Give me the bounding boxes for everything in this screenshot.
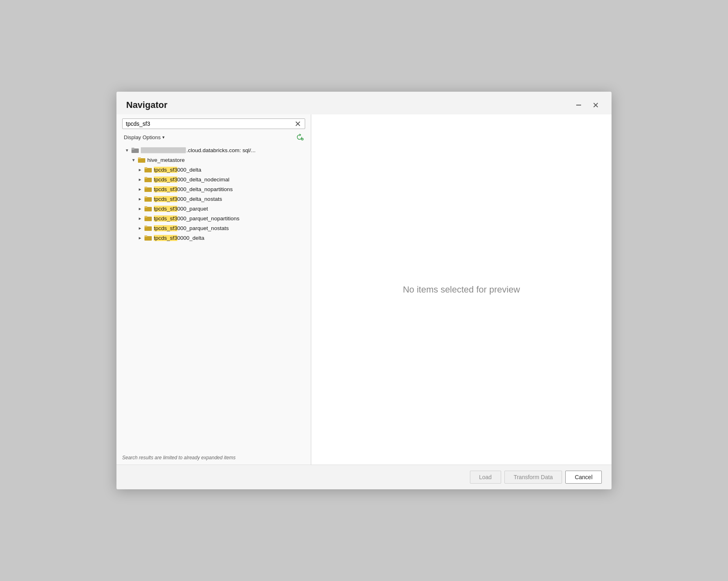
folder-icon-item-7	[144, 225, 152, 231]
tree-row-item-4[interactable]: ► tpcds_sf3000_delta_nostats	[116, 194, 311, 204]
folder-svg-item-1	[144, 167, 152, 172]
tree-item-label-5: tpcds_sf3000_parquet	[154, 206, 208, 212]
tree-item-label-1: tpcds_sf3000_delta	[154, 167, 201, 173]
tree-children: ► tpcds_sf3000_delta► tpcds_sf3000_delta…	[116, 165, 311, 243]
svg-rect-26	[144, 235, 147, 237]
folder-icon-item-8	[144, 235, 152, 241]
tree-item-label-6: tpcds_sf3000_parquet_nopartitions	[154, 215, 239, 222]
clear-icon	[295, 121, 301, 127]
expand-hive-button[interactable]: ▼	[129, 158, 138, 162]
svg-rect-8	[131, 148, 134, 149]
folder-icon-hive	[138, 157, 146, 163]
item-rest-text-1: 000_delta	[177, 167, 201, 173]
dialog-controls	[573, 101, 602, 110]
tree-node-root: ▼ █████████████ .cloud.databricks.com: s…	[116, 145, 311, 243]
expand-item-button-1[interactable]: ►	[136, 168, 144, 172]
transform-data-button[interactable]: Transform Data	[504, 471, 562, 484]
left-panel: Display Options ▾ ▼	[116, 114, 311, 465]
svg-rect-0	[576, 105, 581, 105]
highlight-text-1: tpcds_sf3	[154, 167, 177, 173]
item-rest-text-5: 000_parquet	[177, 206, 208, 212]
search-note: Search results are limited to already ex…	[116, 451, 311, 465]
expand-item-button-7[interactable]: ►	[136, 226, 144, 230]
folder-icon-item-3	[144, 186, 152, 192]
tree-row-item-1[interactable]: ► tpcds_sf3000_delta	[116, 165, 311, 174]
root-label-redacted: █████████████	[141, 147, 186, 153]
hive-label: hive_metastore	[147, 157, 185, 163]
tree-node-hive: ▼ hive_metastore ► tpcds_sf3000_d	[116, 155, 311, 243]
search-input[interactable]	[126, 121, 294, 127]
load-button[interactable]: Load	[470, 471, 501, 484]
tree-row-item-7[interactable]: ► tpcds_sf3000_parquet_nostats	[116, 223, 311, 233]
root-label-suffix: .cloud.databricks.com: sql/...	[187, 147, 256, 153]
folder-icon-item-6	[144, 215, 152, 222]
minimize-icon	[576, 102, 582, 108]
tree-row-root[interactable]: ▼ █████████████ .cloud.databricks.com: s…	[116, 145, 311, 155]
folder-svg-item-3	[144, 186, 152, 192]
svg-rect-16	[144, 187, 147, 188]
svg-rect-14	[144, 177, 147, 179]
search-clear-button[interactable]	[294, 121, 302, 127]
minimize-button[interactable]	[573, 101, 585, 110]
dialog-body: Display Options ▾ ▼	[116, 114, 612, 465]
navigator-dialog: Navigator	[116, 92, 612, 489]
tree-row-item-8[interactable]: ► tpcds_sf30000_delta	[116, 233, 311, 243]
folder-icon-item-2	[144, 176, 152, 183]
item-rest-text-8: 0000_delta	[177, 235, 205, 241]
folder-svg-item-6	[144, 215, 152, 221]
expand-root-button[interactable]: ▼	[123, 148, 131, 153]
expand-item-button-6[interactable]: ►	[136, 216, 144, 221]
folder-svg-root	[131, 147, 139, 153]
no-preview-text: No items selected for preview	[403, 284, 520, 295]
dialog-title: Navigator	[126, 100, 167, 110]
tree-row-item-2[interactable]: ► tpcds_sf3000_delta_nodecimal	[116, 174, 311, 184]
tree-row-item-5[interactable]: ► tpcds_sf3000_parquet	[116, 204, 311, 213]
refresh-button[interactable]	[294, 132, 305, 142]
item-rest-text-7: 000_parquet_nostats	[177, 225, 229, 231]
highlight-text-4: tpcds_sf3	[154, 196, 177, 202]
tree-item-label-7: tpcds_sf3000_parquet_nostats	[154, 225, 229, 231]
search-bar	[116, 114, 311, 129]
folder-icon-item-4	[144, 196, 152, 202]
svg-rect-12	[144, 167, 147, 169]
item-rest-text-6: 000_parquet_nopartitions	[177, 215, 239, 222]
svg-rect-10	[138, 157, 141, 159]
item-rest-text-4: 000_delta_nostats	[177, 196, 222, 202]
tree-area: ▼ █████████████ .cloud.databricks.com: s…	[116, 144, 311, 451]
right-panel: No items selected for preview	[311, 114, 612, 465]
folder-svg-item-2	[144, 176, 152, 182]
display-options-button[interactable]: Display Options ▾	[122, 133, 166, 141]
close-button[interactable]	[590, 101, 602, 110]
svg-rect-18	[144, 196, 147, 198]
tree-row-item-3[interactable]: ► tpcds_sf3000_delta_nopartitions	[116, 184, 311, 194]
tree-item-label-2: tpcds_sf3000_delta_nodecimal	[154, 176, 229, 183]
search-input-wrapper	[122, 118, 305, 129]
folder-svg-item-5	[144, 206, 152, 211]
tree-item-label-4: tpcds_sf3000_delta_nostats	[154, 196, 222, 202]
svg-rect-20	[144, 206, 147, 208]
expand-item-button-2[interactable]: ►	[136, 177, 144, 182]
display-options-label: Display Options	[124, 134, 161, 140]
expand-item-button-3[interactable]: ►	[136, 187, 144, 192]
item-rest-text-2: 000_delta_nodecimal	[177, 176, 229, 183]
chevron-down-icon: ▾	[162, 135, 165, 140]
tree-row-hive[interactable]: ▼ hive_metastore	[116, 155, 311, 165]
expand-item-button-4[interactable]: ►	[136, 197, 144, 201]
expand-item-button-8[interactable]: ►	[136, 236, 144, 240]
folder-svg-hive	[138, 157, 145, 163]
highlight-text-6: tpcds_sf3	[154, 215, 177, 222]
folder-icon-item-5	[144, 205, 152, 212]
folder-icon-root	[131, 147, 139, 153]
svg-rect-24	[144, 226, 147, 227]
dialog-header: Navigator	[116, 92, 612, 114]
tree-item-label-8: tpcds_sf30000_delta	[154, 235, 205, 241]
folder-svg-item-4	[144, 196, 152, 202]
folder-svg-item-7	[144, 225, 152, 231]
display-options-row: Display Options ▾	[116, 129, 311, 144]
item-rest-text-3: 000_delta_nopartitions	[177, 186, 233, 192]
expand-item-button-5[interactable]: ►	[136, 207, 144, 211]
tree-row-item-6[interactable]: ► tpcds_sf3000_parquet_nopartitions	[116, 213, 311, 223]
folder-svg-item-8	[144, 235, 152, 241]
svg-rect-22	[144, 216, 147, 217]
cancel-button[interactable]: Cancel	[565, 471, 602, 484]
